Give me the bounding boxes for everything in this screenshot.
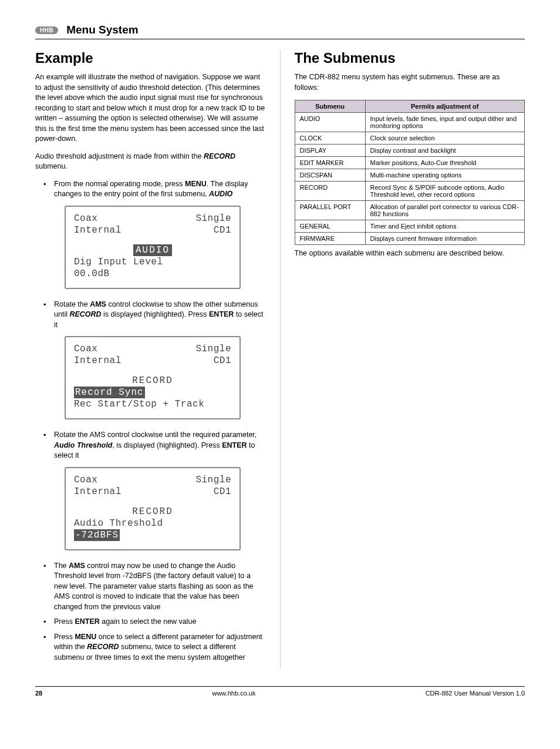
example-heading: Example [35, 50, 266, 66]
step-list-3: Rotate the AMS control clockwise until t… [35, 430, 266, 461]
enter-key: ENTER [209, 310, 234, 318]
cell-desc: Input levels, fade times, input and outp… [365, 113, 525, 132]
table-row: GENERALTimer and Eject inhibit options [295, 220, 525, 233]
footer-version: CDR-882 User Manual Version 1.0 [426, 690, 525, 697]
table-header-row: Submenu Permits adjustment of [295, 100, 525, 113]
th-permits: Permits adjustment of [365, 100, 525, 113]
lcd-menu-title: RECORD [74, 506, 231, 518]
lcd-single: Single [195, 343, 231, 355]
submenus-note: The options available within each submen… [295, 248, 525, 259]
lcd-single: Single [195, 474, 231, 486]
footer-url: www.hhb.co.uk [212, 690, 255, 697]
lcd-panel: CoaxSingle InternalCD1 RECORD Record Syn… [65, 336, 241, 419]
ams-key: AMS [90, 300, 106, 308]
step-5: Press ENTER again to select the new valu… [47, 617, 266, 627]
lcd-cd1: CD1 [214, 224, 231, 236]
text: submenu. [35, 162, 68, 170]
text: Press [54, 617, 75, 626]
text: Audio threshold adjustment is made from … [35, 152, 204, 160]
text: , is displayed (highlighted). Press [112, 441, 222, 449]
step-1: From the normal operating mode, press ME… [47, 179, 266, 200]
lcd-internal: Internal [74, 355, 122, 367]
record-label: RECORD [69, 310, 101, 318]
submenu-paragraph: Audio threshold adjustment is made from … [35, 152, 266, 172]
table-row: EDIT MARKERMarker positions, Auto-Cue th… [295, 157, 525, 169]
lcd-param: Dig Input Level [74, 256, 231, 268]
lcd-value: Rec Start/Stop + Track [74, 398, 231, 410]
enter-key: ENTER [222, 441, 247, 449]
cell-name: GENERAL [295, 220, 365, 233]
lcd-menu-title-highlight: AUDIO [133, 244, 172, 256]
lcd-display-1: CoaxSingle InternalCD1 AUDIO Dig Input L… [65, 206, 266, 289]
cell-name: EDIT MARKER [295, 157, 365, 169]
th-submenu: Submenu [295, 100, 365, 113]
cell-desc: Marker positions, Auto-Cue threshold [365, 157, 525, 169]
lcd-coax: Coax [74, 474, 97, 486]
table-row: FIRMWAREDisplays current firmware inform… [295, 233, 525, 245]
enter-key: ENTER [75, 617, 99, 626]
cell-name: AUDIO [295, 113, 365, 132]
cell-desc: Multi-machine operating options [365, 169, 525, 182]
page-number: 28 [35, 690, 42, 697]
lcd-menu-title: RECORD [74, 375, 231, 387]
cell-desc: Clock source selection [365, 132, 525, 145]
record-label: RECORD [87, 643, 119, 651]
submenus-heading: The Submenus [295, 50, 525, 66]
cell-desc: Timer and Eject inhibit options [365, 220, 525, 233]
brand-badge: HHB [35, 26, 58, 34]
menu-key: MENU [185, 180, 207, 188]
lcd-display-2: CoaxSingle InternalCD1 RECORD Record Syn… [65, 336, 266, 419]
record-label: RECORD [204, 152, 235, 160]
step-list-1: From the normal operating mode, press ME… [35, 179, 266, 200]
audio-threshold-label: Audio Threshold [54, 441, 112, 449]
table-row: RECORDRecord Sync & S/PDIF subcode optio… [295, 182, 525, 201]
lcd-cd1: CD1 [214, 355, 231, 367]
right-column: The Submenus The CDR-882 menu system has… [295, 50, 525, 669]
step-6: Press MENU once to select a different pa… [47, 632, 266, 663]
table-row: PARALLEL PORTAllocation of parallel port… [295, 201, 525, 220]
menu-key: MENU [75, 633, 96, 641]
step-list-4: The AMS control may now be used to chang… [35, 561, 266, 663]
lcd-coax: Coax [74, 343, 97, 355]
cell-name: FIRMWARE [295, 233, 365, 245]
lcd-panel: CoaxSingle InternalCD1 AUDIO Dig Input L… [65, 206, 241, 289]
cell-desc: Record Sync & S/PDIF subcode options, Au… [365, 182, 525, 201]
page-header: HHB Menu System [35, 23, 525, 39]
text: Rotate the [54, 300, 90, 308]
section-title: Menu System [66, 23, 138, 36]
step-4: The AMS control may now be used to chang… [47, 561, 266, 613]
text: Rotate the AMS control clockwise until t… [54, 431, 257, 439]
text: The [54, 562, 69, 570]
lcd-internal: Internal [74, 224, 122, 236]
lcd-internal: Internal [74, 486, 122, 498]
cell-desc: Allocation of parallel port connector to… [365, 201, 525, 220]
lcd-param-highlight: Record Sync [74, 387, 145, 398]
cell-name: DISCSPAN [295, 169, 365, 182]
cell-desc: Displays current firmware information [365, 233, 525, 245]
submenus-intro: The CDR-882 menu system has eight submen… [295, 72, 525, 93]
intro-paragraph: An example will illustrate the method of… [35, 72, 266, 145]
lcd-value-highlight: -72dBFS [74, 529, 120, 541]
audio-label: AUDIO [209, 190, 232, 198]
step-3: Rotate the AMS control clockwise until t… [47, 430, 266, 461]
cell-name: PARALLEL PORT [295, 201, 365, 220]
text: From the normal operating mode, press [54, 180, 185, 188]
lcd-single: Single [195, 213, 231, 224]
table-row: DISCSPANMulti-machine operating options [295, 169, 525, 182]
text: is displayed (highlighted). Press [102, 310, 209, 318]
lcd-cd1: CD1 [214, 486, 231, 498]
step-list-2: Rotate the AMS control clockwise to show… [35, 300, 266, 331]
cell-name: CLOCK [295, 132, 365, 145]
lcd-param: Audio Threshold [74, 518, 231, 529]
ams-key: AMS [69, 562, 85, 570]
text: again to select the new value [100, 617, 197, 626]
lcd-panel: CoaxSingle InternalCD1 RECORD Audio Thre… [65, 467, 241, 550]
left-column: Example An example will illustrate the m… [35, 50, 266, 669]
table-row: CLOCKClock source selection [295, 132, 525, 145]
cell-name: RECORD [295, 182, 365, 201]
column-divider [280, 50, 281, 669]
lcd-coax: Coax [74, 213, 97, 224]
table-row: AUDIOInput levels, fade times, input and… [295, 113, 525, 132]
table-row: DISPLAYDisplay contrast and backlight [295, 145, 525, 157]
cell-desc: Display contrast and backlight [365, 145, 525, 157]
